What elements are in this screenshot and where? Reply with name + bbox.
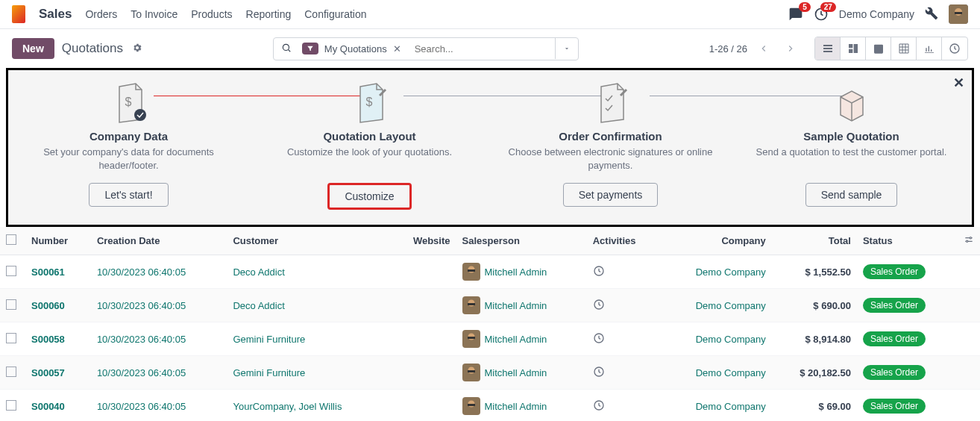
table-row[interactable]: S0005710/30/2023 06:40:05Gemini Furnitur… [0,356,980,390]
status-badge: Sales Order [863,331,926,346]
company-link[interactable]: Demo Company [696,300,766,311]
customize-button[interactable]: Customize [327,183,411,210]
new-button[interactable]: New [12,38,54,59]
col-website[interactable]: Website [390,227,456,255]
svg-point-10 [967,240,968,242]
table-row[interactable]: S0006010/30/2023 06:40:05Deco AddictMitc… [0,289,980,322]
view-kanban[interactable] [841,37,866,60]
step-desc: Customize the look of your quotations. [264,146,475,172]
svg-point-7 [134,109,146,121]
company-link[interactable]: Demo Company [696,401,766,412]
creation-date: 10/30/2023 06:40:05 [97,367,186,378]
salesperson-link[interactable]: Mitchell Admin [485,334,547,345]
total-amount: $ 8,914.80 [805,334,850,345]
row-checkbox[interactable] [6,299,16,310]
col-number[interactable]: Number [25,227,91,255]
view-graph[interactable] [917,37,942,60]
website-cell [390,322,456,356]
pager-next[interactable] [780,38,801,59]
row-checkbox[interactable] [6,367,16,377]
svg-rect-3 [955,12,962,14]
gear-icon[interactable] [132,43,142,55]
company-selector[interactable]: Demo Company [839,8,914,20]
col-activities[interactable]: Activities [587,227,662,255]
salesperson-avatar-icon [462,364,480,381]
col-company[interactable]: Company [661,227,771,255]
col-total[interactable]: Total [772,227,857,255]
debug-button[interactable] [925,7,938,22]
customer-link[interactable]: Gemini Furniture [233,334,305,345]
view-list[interactable] [815,37,841,60]
row-checkbox[interactable] [6,266,16,276]
app-name[interactable]: Sales [39,7,72,22]
messages-button[interactable]: 5 [788,7,803,22]
svg-rect-29 [468,404,475,406]
row-checkbox[interactable] [6,333,16,343]
nav-configuration[interactable]: Configuration [304,8,366,20]
nav-reporting[interactable]: Reporting [246,8,292,20]
activity-clock-icon[interactable] [593,335,605,346]
search-dropdown[interactable] [555,38,578,59]
activity-icon [949,43,961,54]
pager-prev[interactable] [753,38,774,59]
activity-clock-icon[interactable] [593,402,605,414]
col-settings[interactable] [958,227,980,255]
step-desc: Choose between electronic signatures or … [505,146,716,172]
kanban-icon [847,43,859,54]
website-cell [390,255,456,289]
activity-clock-icon[interactable] [593,268,605,279]
table-row[interactable]: S0004010/30/2023 06:40:05YourCompany, Jo… [0,390,980,422]
col-date[interactable]: Creation Date [91,227,227,255]
search-input[interactable] [409,39,555,59]
activities-button[interactable]: 27 [814,7,829,22]
order-number[interactable]: S00057 [31,367,65,378]
view-calendar[interactable] [866,37,891,60]
svg-point-9 [970,237,971,239]
salesperson-link[interactable]: Mitchell Admin [485,401,547,412]
table-row[interactable]: S0005810/30/2023 06:40:05Gemini Furnitur… [0,322,980,356]
chip-remove[interactable]: ✕ [390,43,404,54]
total-amount: $ 690.00 [813,300,851,311]
pager: 1-26 / 26 [709,38,801,59]
activity-clock-icon[interactable] [593,302,605,313]
order-number[interactable]: S00061 [31,266,65,278]
view-pivot[interactable] [891,37,917,60]
quotations-table: Number Creation Date Customer Website Sa… [0,227,980,421]
order-number[interactable]: S00058 [31,334,65,345]
app-logo-icon [12,5,25,23]
customer-link[interactable]: YourCompany, Joel Willis [233,401,342,412]
row-checkbox[interactable] [6,400,16,411]
salesperson-link[interactable]: Mitchell Admin [485,300,547,311]
nav-to-invoice[interactable]: To Invoice [131,8,178,20]
table-row[interactable]: S0006110/30/2023 06:40:05Deco AddictMitc… [0,255,980,289]
nav-orders[interactable]: Orders [85,8,117,20]
search-icon[interactable] [274,38,299,60]
tools-icon [925,7,938,20]
svg-text:$: $ [125,96,131,108]
customer-link[interactable]: Deco Addict [233,266,284,278]
document-icon: $ [110,82,148,124]
set-payments-button[interactable]: Set payments [563,183,659,207]
col-status[interactable]: Status [857,227,958,255]
customer-link[interactable]: Gemini Furniture [233,367,305,378]
pager-text[interactable]: 1-26 / 26 [709,43,747,54]
layout-icon: $ [351,82,389,124]
user-avatar[interactable] [949,4,968,24]
nav-products[interactable]: Products [191,8,232,20]
lets-start-button[interactable]: Let's start! [89,183,168,207]
customer-link[interactable]: Deco Addict [233,300,284,311]
box-icon [833,82,870,124]
col-salesperson[interactable]: Salesperson [456,227,587,255]
salesperson-link[interactable]: Mitchell Admin [485,266,547,278]
col-customer[interactable]: Customer [227,227,390,255]
company-link[interactable]: Demo Company [696,266,766,278]
company-link[interactable]: Demo Company [696,367,766,378]
company-link[interactable]: Demo Company [696,334,766,345]
salesperson-link[interactable]: Mitchell Admin [485,367,547,378]
order-number[interactable]: S00060 [31,300,65,311]
order-number[interactable]: S00040 [31,401,65,412]
activity-clock-icon[interactable] [593,369,605,380]
send-sample-button[interactable]: Send sample [805,183,898,207]
view-activity[interactable] [942,37,967,60]
select-all-checkbox[interactable] [6,234,16,245]
